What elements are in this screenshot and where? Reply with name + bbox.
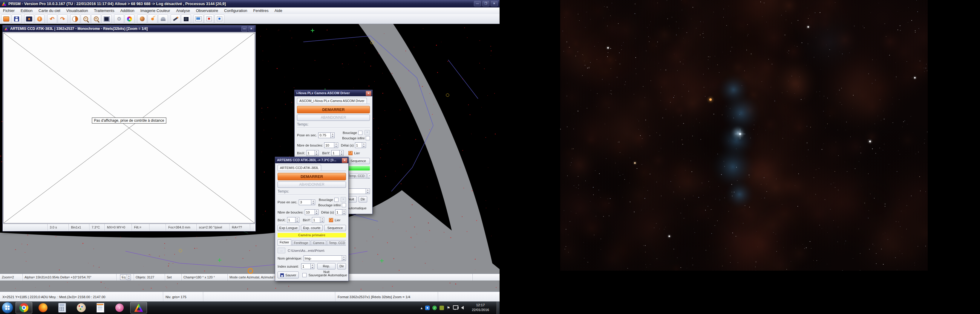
prism-titlebar[interactable]: PRISM - Version Pro 10.0.3.167 {TU : 22/…: [0, 0, 500, 8]
index-spinner[interactable]: [311, 263, 314, 269]
menu-carte-du-ciel[interactable]: Carte du ciel: [35, 8, 63, 14]
menu-edition[interactable]: Edition: [18, 8, 35, 14]
bouclage-infini-checkbox[interactable]: [366, 136, 370, 140]
taskbar-media-player[interactable]: [111, 302, 128, 313]
pose-input[interactable]: [318, 132, 331, 138]
rep-nuit-button[interactable]: Rep. Nuit: [317, 263, 336, 269]
camera-blue-button[interactable]: [215, 14, 224, 24]
tab-temp-ccd[interactable]: Temp. CCD: [327, 240, 346, 245]
boucles-input[interactable]: [324, 142, 334, 148]
sauver-button[interactable]: Sauver: [278, 271, 299, 279]
dialog-titlebar[interactable]: ARTEMIS CCD ATIK-383L -> 7.3°C [0...: [275, 157, 348, 163]
camera-red-button[interactable]: [204, 14, 214, 24]
zoom-in-button[interactable]: +: [91, 14, 101, 24]
dir-button[interactable]: Dir: [358, 196, 367, 202]
tab-temp-ccd[interactable]: Temp. CCD: [346, 173, 367, 178]
menu-imagerie-couleur[interactable]: Imagerie Couleur: [137, 8, 173, 14]
maximize-button[interactable]: [482, 1, 489, 6]
show-desktop-button[interactable]: [496, 301, 500, 314]
chart-selection[interactable]: Set: [165, 274, 182, 281]
biny-spinner[interactable]: [320, 217, 324, 223]
lier-checkbox[interactable]: [329, 218, 333, 222]
biny-spinner[interactable]: [340, 150, 344, 156]
dialog-titlebar[interactable]: i-Nova PLx Camera ASCOM Driver: [294, 90, 372, 96]
bouclage-infini-checkbox[interactable]: [342, 203, 346, 207]
remote-desktop-icon[interactable]: [425, 306, 430, 310]
delai-spinner[interactable]: [342, 209, 346, 215]
taskbar-calculator[interactable]: [54, 302, 70, 313]
menu-observatoire[interactable]: Observatoire: [193, 8, 221, 14]
demarrer-button[interactable]: DEMARRER: [297, 106, 370, 113]
visualization-button[interactable]: [102, 14, 111, 24]
menu-visualisation[interactable]: Visualisation: [63, 8, 91, 14]
autosave-checkbox[interactable]: [302, 273, 307, 277]
chart-frame-select[interactable]: Eq: [116, 274, 134, 281]
delai-spinner[interactable]: [362, 142, 366, 148]
lier-checkbox[interactable]: [348, 151, 353, 155]
index-input[interactable]: [301, 263, 311, 269]
volume-icon[interactable]: [461, 306, 464, 309]
tab-fichier[interactable]: Fichier: [278, 239, 291, 245]
redo-button[interactable]: [58, 14, 67, 24]
comet-button[interactable]: [148, 14, 158, 24]
boucles-spinner[interactable]: [315, 209, 318, 215]
menu-addition[interactable]: Addition: [118, 8, 137, 14]
color-palette-button[interactable]: [124, 14, 134, 24]
bouclage-checkbox[interactable]: [358, 131, 363, 135]
close-icon[interactable]: [366, 91, 371, 96]
telescope-button[interactable]: [170, 14, 180, 24]
demarrer-button[interactable]: DEMARRER: [278, 173, 346, 180]
menu-fenetres[interactable]: Fenêtres: [250, 8, 271, 14]
tab-fenetrage[interactable]: Fenêtrage: [292, 240, 310, 245]
boucles-input[interactable]: [305, 209, 315, 215]
taskbar-wordpad[interactable]: [92, 302, 109, 313]
nom-spinner[interactable]: [342, 255, 346, 261]
pose-input[interactable]: [299, 199, 311, 205]
delai-input[interactable]: [335, 209, 342, 215]
binx-input[interactable]: [287, 217, 296, 223]
pose-spinner[interactable]: [311, 199, 315, 205]
save-image-button[interactable]: [12, 14, 22, 24]
exp-courte-button[interactable]: Exp. courte: [301, 225, 323, 231]
bouclage-checkbox[interactable]: [334, 198, 339, 202]
tab-camera[interactable]: Camera: [311, 240, 326, 245]
open-image-button[interactable]: [1, 14, 11, 24]
nom-generique-input[interactable]: [304, 255, 342, 261]
biny-input[interactable]: [331, 150, 340, 156]
information-button[interactable]: [35, 14, 45, 24]
hidden-icons-chevron[interactable]: [421, 306, 423, 310]
image-window-titlebar[interactable]: ARTEMIS CCD ATIK-383L | 3362x2537 - Mono…: [3, 26, 255, 32]
menu-fichier[interactable]: Fichier: [0, 8, 18, 14]
minimize-icon[interactable]: [242, 26, 247, 31]
biny-input[interactable]: [312, 217, 320, 223]
binx-input[interactable]: [307, 150, 315, 156]
camera-tab[interactable]: ASCOM_i-Nova PLx Camera ASCOM Driver: [297, 98, 367, 104]
delai-input[interactable]: [355, 142, 362, 148]
start-button[interactable]: [2, 302, 13, 313]
pose-spinner[interactable]: [331, 132, 335, 138]
camera-tab[interactable]: ARTEMIS CCD ATIK-383L: [278, 165, 321, 171]
exp-longue-button[interactable]: Exp Longue: [278, 225, 299, 231]
nom-spinner[interactable]: [366, 188, 370, 194]
taskbar-paint[interactable]: [73, 302, 90, 313]
taskbar-clock[interactable]: 12:17 22/01/2016: [469, 303, 492, 312]
binx-spinner[interactable]: [315, 150, 319, 156]
binx-spinner[interactable]: [296, 217, 299, 223]
star-chart-button[interactable]: [181, 14, 191, 24]
taskbar-chrome[interactable]: [16, 302, 32, 313]
observatory-dome-button[interactable]: [158, 14, 168, 24]
minimize-button[interactable]: [474, 1, 481, 6]
close-icon[interactable]: [342, 158, 347, 163]
security-icon[interactable]: [439, 306, 444, 310]
close-icon[interactable]: [248, 26, 254, 31]
menu-traitements[interactable]: Traitements: [91, 8, 118, 14]
menu-analyse[interactable]: Analyse: [173, 8, 193, 14]
menu-configuration[interactable]: Configuration: [221, 8, 250, 14]
taskbar-prism[interactable]: [130, 302, 147, 313]
planet-button[interactable]: [137, 14, 147, 24]
dir-button[interactable]: Dir: [337, 263, 346, 269]
screen-capture-button[interactable]: [194, 14, 204, 24]
display-button[interactable]: [24, 14, 34, 24]
close-button[interactable]: [491, 1, 498, 6]
threshold-button[interactable]: [70, 14, 80, 24]
